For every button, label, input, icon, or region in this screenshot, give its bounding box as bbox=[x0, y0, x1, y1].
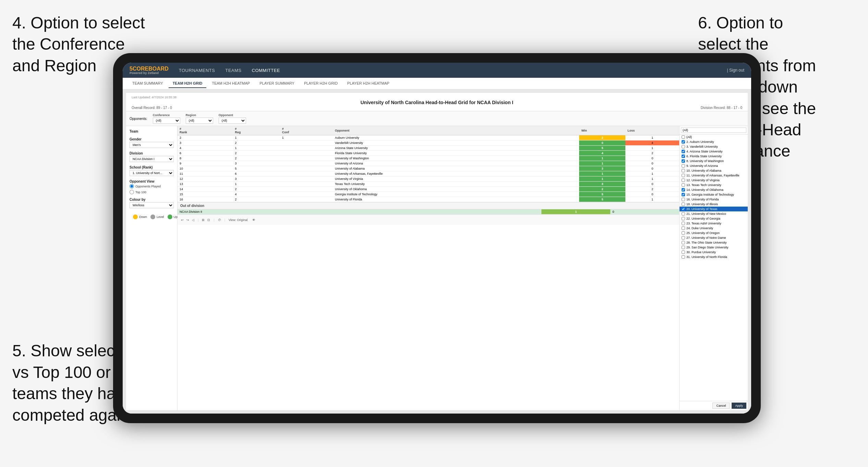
nav-tournaments[interactable]: TOURNAMENTS bbox=[179, 68, 215, 73]
dropdown-checkbox[interactable] bbox=[682, 169, 685, 172]
apply-button[interactable]: Apply bbox=[732, 403, 746, 409]
division-select[interactable]: NCAA Division I bbox=[130, 156, 174, 162]
dropdown-item[interactable]: 21. University of New Mexico bbox=[680, 211, 748, 216]
dropdown-item[interactable]: 15. Georgia Institute of Technology bbox=[680, 192, 748, 197]
dropdown-item-label: 25. University of Oregon bbox=[686, 231, 720, 235]
dropdown-checkbox[interactable] bbox=[682, 150, 685, 153]
cell-opponent: Florida State University bbox=[333, 151, 579, 156]
dropdown-item[interactable]: 25. University of Oregon bbox=[680, 231, 748, 235]
dropdown-item[interactable]: 16. University of Florida bbox=[680, 197, 748, 202]
dropdown-checkbox[interactable] bbox=[682, 198, 685, 201]
opponents-played-radio[interactable]: Opponents Played bbox=[130, 184, 174, 188]
cancel-button[interactable]: Cancel bbox=[712, 403, 730, 409]
dropdown-item[interactable]: 30. Purdue University bbox=[680, 250, 748, 255]
toolbar-redo[interactable]: ↪ bbox=[186, 218, 189, 222]
cell-opponent: Georgia Institute of Technology bbox=[333, 192, 579, 197]
nav-sign-out[interactable]: | Sign out bbox=[727, 68, 744, 73]
opponents-played-input[interactable] bbox=[130, 184, 134, 188]
dropdown-checkbox[interactable] bbox=[682, 174, 685, 177]
dropdown-search-input[interactable] bbox=[681, 127, 746, 133]
tab-team-summary[interactable]: TEAM SUMMARY bbox=[128, 79, 167, 88]
dropdown-checkbox[interactable] bbox=[682, 212, 685, 216]
tab-team-h2h-grid[interactable]: TEAM H2H GRID bbox=[169, 79, 207, 88]
tab-player-h2h-heatmap[interactable]: PLAYER H2H HEATMAP bbox=[343, 79, 393, 88]
toolbar-back[interactable]: ◁ bbox=[192, 218, 194, 222]
dropdown-checkbox[interactable] bbox=[682, 241, 685, 244]
dropdown-checkbox[interactable] bbox=[682, 193, 685, 196]
toolbar-clock[interactable]: ⏱ bbox=[218, 218, 221, 222]
down-dot bbox=[133, 214, 138, 219]
dropdown-checkbox[interactable] bbox=[682, 179, 685, 182]
dropdown-checkbox[interactable] bbox=[682, 135, 685, 139]
toolbar-paste[interactable]: ⊡ bbox=[207, 218, 210, 222]
conference-select[interactable]: (All) bbox=[153, 118, 180, 124]
table-row: 12 3 University of Virginia 1 1 bbox=[178, 176, 679, 182]
dropdown-checkbox[interactable] bbox=[682, 140, 685, 144]
dropdown-item[interactable]: 29. San Diego State University bbox=[680, 245, 748, 250]
dropdown-checkbox[interactable] bbox=[682, 236, 685, 239]
dropdown-item-label: 9. University of Arizona bbox=[686, 164, 718, 168]
nav-committee[interactable]: COMMITTEE bbox=[252, 68, 280, 73]
dropdown-checkbox[interactable] bbox=[682, 207, 685, 211]
dropdown-checkbox[interactable] bbox=[682, 145, 685, 148]
dropdown-item[interactable]: (All) bbox=[680, 135, 748, 139]
dropdown-checkbox[interactable] bbox=[682, 226, 685, 230]
cell-loss: 2 bbox=[625, 187, 679, 192]
top-100-radio[interactable]: Top 100 bbox=[130, 190, 174, 194]
dropdown-item[interactable]: 23. Texas A&M University bbox=[680, 221, 748, 226]
dropdown-checkbox[interactable] bbox=[682, 164, 685, 168]
nav-teams[interactable]: TEAMS bbox=[225, 68, 241, 73]
tab-player-h2h-grid[interactable]: PLAYER H2H GRID bbox=[300, 79, 342, 88]
dropdown-checkbox[interactable] bbox=[682, 183, 685, 187]
dropdown-item[interactable]: 14. University of Oklahoma bbox=[680, 187, 748, 192]
dropdown-item[interactable]: 18. University of Illinois bbox=[680, 202, 748, 207]
dropdown-checkbox[interactable] bbox=[682, 217, 685, 220]
dropdown-checkbox[interactable] bbox=[682, 202, 685, 206]
dropdown-item[interactable]: 11. University of Arkansas, Fayetteville bbox=[680, 173, 748, 178]
dropdown-item[interactable]: 24. Duke University bbox=[680, 226, 748, 231]
cell-reg: 2 bbox=[233, 151, 280, 156]
dropdown-item-label: 22. University of Georgia bbox=[686, 217, 720, 220]
dropdown-item[interactable]: 9. University of Arizona bbox=[680, 163, 748, 168]
dropdown-checkbox[interactable] bbox=[682, 155, 685, 158]
tab-player-summary[interactable]: PLAYER SUMMARY bbox=[255, 79, 298, 88]
dropdown-item[interactable]: 8. University of Washington bbox=[680, 159, 748, 163]
school-select[interactable]: 1. University of Nort... bbox=[130, 170, 174, 176]
dropdown-item-label: 18. University of Illinois bbox=[686, 202, 718, 206]
gender-select[interactable]: Men's bbox=[130, 142, 174, 148]
dropdown-item[interactable]: 3. Vanderbilt University bbox=[680, 144, 748, 149]
dropdown-item[interactable]: 10. University of Alabama bbox=[680, 168, 748, 173]
legend-up: Up bbox=[168, 214, 178, 219]
toolbar-undo[interactable]: ↩ bbox=[181, 218, 184, 222]
toolbar-copy[interactable]: ⊞ bbox=[202, 218, 205, 222]
cell-win: 1 bbox=[579, 161, 625, 166]
toolbar-eye[interactable]: 👁 bbox=[252, 218, 255, 222]
dropdown-checkbox[interactable] bbox=[682, 255, 685, 259]
region-select[interactable]: (All) bbox=[186, 118, 213, 124]
cell-opponent: University of Alabama bbox=[333, 166, 579, 171]
dropdown-item[interactable]: 6. Florida State University bbox=[680, 154, 748, 159]
dropdown-checkbox[interactable] bbox=[682, 222, 685, 225]
dropdown-item[interactable]: 13. Texas Tech University bbox=[680, 183, 748, 187]
dropdown-item[interactable]: 31. University of North Florida bbox=[680, 255, 748, 259]
top-100-input[interactable] bbox=[130, 190, 134, 194]
colour-by-select[interactable]: Win/loss bbox=[130, 202, 174, 208]
dropdown-item[interactable]: 20. University of Texas bbox=[680, 207, 748, 211]
dropdown-item[interactable]: 12. University of Virginia bbox=[680, 178, 748, 183]
opponent-select[interactable]: (All) bbox=[219, 118, 246, 124]
dropdown-checkbox[interactable] bbox=[682, 188, 685, 192]
dropdown-item[interactable]: 27. University of Notre Dame bbox=[680, 235, 748, 240]
dropdown-checkbox[interactable] bbox=[682, 250, 685, 254]
dropdown-list[interactable]: (All) 2. Auburn University 3. Vanderbilt… bbox=[680, 135, 748, 401]
dropdown-item-label: 24. Duke University bbox=[686, 226, 713, 230]
dropdown-checkbox[interactable] bbox=[682, 231, 685, 235]
dropdown-item[interactable]: 22. University of Georgia bbox=[680, 216, 748, 221]
tab-team-h2h-heatmap[interactable]: TEAM H2H HEATMAP bbox=[208, 79, 254, 88]
dropdown-checkbox[interactable] bbox=[682, 159, 685, 163]
dropdown-checkbox[interactable] bbox=[682, 246, 685, 249]
dropdown-item[interactable]: 4. Arizona State University bbox=[680, 149, 748, 154]
cell-reg: 6 bbox=[233, 171, 280, 176]
dropdown-item[interactable]: 2. Auburn University bbox=[680, 139, 748, 144]
dropdown-item[interactable]: 28. The Ohio State University bbox=[680, 240, 748, 245]
col-reg: #Reg bbox=[233, 126, 280, 135]
